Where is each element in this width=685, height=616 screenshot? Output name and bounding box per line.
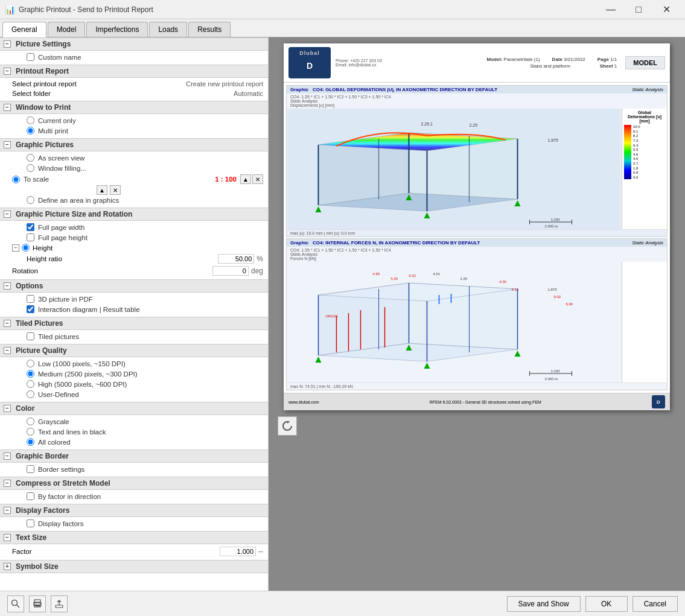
low-quality-radio[interactable] [27,360,34,367]
select-folder-label: Select folder [12,90,234,97]
section-graphic-pictures[interactable]: − Graphic Pictures [0,138,268,151]
section-picture-quality[interactable]: − Picture Quality [0,344,268,357]
create-new-label[interactable]: Create new printout report [186,80,263,87]
full-page-height-checkbox[interactable] [27,233,34,241]
section-symbol-size[interactable]: + Symbol Size [0,560,268,573]
height-radio[interactable] [22,244,30,252]
maximize-button[interactable]: □ [625,0,652,19]
user-defined-quality-radio[interactable] [27,390,34,398]
text-black-label[interactable]: Text and lines in black [38,428,106,436]
3d-pdf-checkbox[interactable] [27,295,34,303]
bottom-right: Save and Show OK Cancel [507,596,678,612]
window-filling-label[interactable]: Window filling... [38,165,86,172]
define-area-label[interactable]: Define an area in graphics [38,197,119,204]
print-bottom-button[interactable] [29,595,46,612]
window-filling-radio[interactable] [27,164,34,172]
current-only-label[interactable]: Current only [38,117,76,124]
tab-general[interactable]: General [2,22,46,37]
scale-down-button[interactable]: ▲ [97,185,107,195]
preview-document: Dlubal D Phone: +420 227 203 03 Email: i… [284,43,670,410]
scale-clear-button[interactable]: ✕ [252,174,263,184]
scale-reset-button[interactable]: ✕ [110,185,121,195]
tiled-pictures-row: Tiled pictures [0,331,268,341]
grayscale-label[interactable]: Grayscale [38,418,69,425]
text-black-radio[interactable] [27,428,34,436]
display-factors-label[interactable]: Display factors [38,520,83,527]
multi-print-label[interactable]: Multi print [38,127,68,135]
factor-unit: -- [258,547,263,556]
tiled-pictures-label[interactable]: Tiled pictures [38,333,79,340]
export-bottom-button[interactable] [51,595,68,612]
user-defined-quality-label[interactable]: User-Defined [38,391,79,398]
main-container: General Model Imperfections Loads Result… [0,19,685,616]
define-area-radio[interactable] [27,196,34,204]
section-graphic-border[interactable]: − Graphic Border [0,449,268,463]
ok-button[interactable]: OK [585,596,628,612]
full-page-width-label[interactable]: Full page width [38,224,84,231]
svg-text:2.25.1: 2.25.1 [421,122,433,126]
preview-scroll[interactable]: Dlubal D Phone: +420 227 203 03 Email: i… [269,37,685,591]
graphic-2-forces: Forces N [kN] [290,256,663,261]
as-screen-view-radio[interactable] [27,154,34,162]
height-ratio-input[interactable] [218,254,254,264]
custom-name-label[interactable]: Custom name [38,54,81,61]
as-screen-view-label[interactable]: As screen view [38,154,84,162]
section-display-factors[interactable]: − Display Factors [0,504,268,517]
section-tiled-pictures[interactable]: − Tiled Pictures [0,317,268,330]
tiled-pictures-checkbox[interactable] [27,332,34,340]
3d-pdf-label[interactable]: 3D picture in PDF [38,296,93,303]
by-factor-checkbox[interactable] [27,492,34,500]
section-options[interactable]: − Options [0,279,268,293]
to-scale-label[interactable]: To scale [24,176,200,183]
section-picture-settings[interactable]: − Picture Settings [0,37,268,51]
doc-header: Dlubal D Phone: +420 227 203 03 Email: i… [284,43,670,83]
refresh-button[interactable] [278,416,297,436]
interaction-diagram-checkbox[interactable] [27,305,34,313]
close-button[interactable]: ✕ [652,0,680,19]
search-bottom-button[interactable] [7,595,24,612]
rotation-input[interactable] [212,266,249,276]
all-colored-label[interactable]: All colored [38,439,71,446]
section-printout-report[interactable]: − Printout Report [0,65,268,78]
by-factor-label[interactable]: By factor in direction [38,493,101,500]
section-color[interactable]: − Color [0,402,268,415]
page-value: 1/1 [610,57,617,62]
border-settings-label[interactable]: Border settings [38,466,84,473]
medium-quality-radio[interactable] [27,370,34,378]
minimize-button[interactable]: — [597,0,625,19]
cancel-button[interactable]: Cancel [632,596,678,612]
graphic-1-subtitle: CO4: 1.35 * IC1 + 1.50 * IC2 + 1.50 * IC… [290,95,663,99]
multi-print-radio[interactable] [27,127,34,135]
text-black-row: Text and lines in black [0,427,268,437]
save-and-show-button[interactable]: Save and Show [507,596,581,612]
svg-text:6.50: 6.50 [500,280,507,284]
full-page-width-checkbox[interactable] [27,223,34,231]
tab-loads[interactable]: Loads [149,22,187,37]
low-quality-label[interactable]: Low (1000 pixels, ~150 DPI) [38,360,126,367]
factor-input[interactable] [220,547,256,556]
high-quality-radio[interactable] [27,380,34,388]
tab-results[interactable]: Results [188,22,231,37]
section-text-size[interactable]: − Text Size [0,531,268,544]
all-colored-radio[interactable] [27,438,34,446]
custom-name-checkbox[interactable] [27,53,34,61]
full-page-height-label[interactable]: Full page height [38,234,88,241]
graphic-2-maxmin: max N: 74.51 | min N: -166.29 kN [290,384,353,389]
section-window-to-print[interactable]: − Window to Print [0,101,268,114]
medium-quality-label[interactable]: Medium (2500 pixels, ~300 DPI) [38,370,138,378]
interaction-diagram-label[interactable]: Interaction diagram | Result table [38,306,140,313]
tab-model[interactable]: Model [48,22,86,37]
building-svg-2: 2.25 1.875 4.01 4.65 5.35 6.52 6.50 5.13… [287,262,622,383]
grayscale-row: Grayscale [0,416,268,427]
display-factors-checkbox[interactable] [27,519,34,527]
section-compress-stretch[interactable]: − Compress or Stretch Model [0,477,268,490]
current-only-radio[interactable] [27,116,34,124]
to-scale-radio[interactable] [12,176,20,183]
grayscale-radio[interactable] [27,418,34,425]
scale-up-button[interactable]: ▲ [240,174,251,184]
section-graphic-size[interactable]: − Graphic Picture Size and Rotation [0,208,268,221]
border-settings-checkbox[interactable] [27,465,34,473]
height-label[interactable]: Height [33,244,53,252]
tab-imperfections[interactable]: Imperfections [86,22,148,37]
high-quality-label[interactable]: High (5000 pixels, ~600 DPI) [38,381,127,388]
